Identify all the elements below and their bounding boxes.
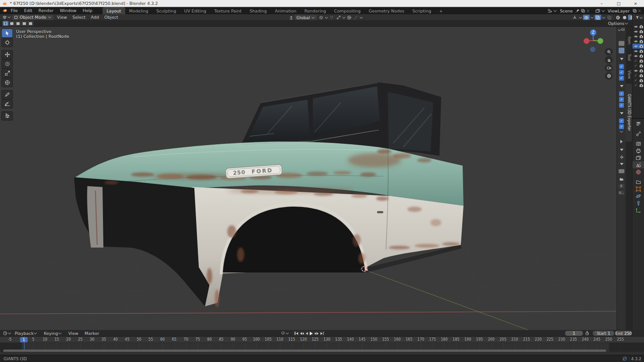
properties-tab-output[interactable]	[632, 147, 644, 154]
properties-editor-selector[interactable]	[632, 121, 644, 126]
panel-expand-arrow[interactable]	[617, 149, 626, 151]
eye-icon[interactable]	[634, 54, 638, 58]
properties-tab-object[interactable]	[632, 185, 644, 192]
tool-scale[interactable]	[2, 69, 12, 77]
view-layer-name[interactable]: ViewLayer	[606, 8, 632, 13]
outliner-row[interactable]	[632, 24, 644, 29]
select-mode-intersect[interactable]	[28, 21, 33, 26]
properties-tab-physics[interactable]	[632, 192, 644, 199]
menu-render[interactable]: Render	[35, 7, 57, 14]
timeline-editor-icon[interactable]	[3, 331, 8, 336]
mode-dropdown[interactable]: Object Mode	[12, 15, 53, 20]
checkbox-icon[interactable]: ✓	[633, 84, 638, 87]
orthographic-view-icon[interactable]	[605, 72, 613, 80]
view-layer-icon[interactable]	[595, 8, 600, 13]
menu-file[interactable]: File	[8, 7, 21, 14]
timeline-menu-marker[interactable]: Marker	[82, 330, 103, 337]
properties-tab-constraints[interactable]	[632, 199, 644, 207]
checkbox-icon[interactable]: ✓	[633, 74, 638, 77]
panel-collapse-chevron[interactable]	[617, 130, 626, 132]
tool-measure[interactable]	[2, 100, 12, 108]
next-keyframe-button[interactable]	[315, 332, 319, 335]
eye-icon[interactable]	[634, 24, 638, 29]
panel-checkbox[interactable]: ✓	[617, 91, 626, 96]
zoom-view-icon[interactable]	[605, 48, 613, 56]
camera-icon[interactable]	[639, 78, 644, 83]
outliner-row[interactable]	[632, 68, 644, 73]
panel-section-arrow[interactable]	[617, 112, 626, 114]
options-dropdown[interactable]: Options	[608, 21, 628, 26]
panel-swatch[interactable]	[617, 41, 626, 46]
sidebar-tab-giants-i3d-exporter[interactable]: GIANTS I3D Exporter	[626, 84, 632, 142]
frame-start-field[interactable]: Start1	[593, 331, 614, 336]
panel-section-arrow[interactable]	[617, 58, 626, 60]
eye-icon[interactable]	[634, 39, 638, 44]
panel-swatch[interactable]	[617, 169, 626, 173]
pin-scene-icon[interactable]	[575, 8, 580, 13]
new-scene-icon[interactable]	[581, 8, 585, 13]
panel-checkbox[interactable]: ✓	[617, 64, 626, 69]
truck-model[interactable]: 250 FORD	[74, 82, 464, 307]
camera-icon[interactable]	[639, 44, 644, 49]
select-mode-set[interactable]	[3, 21, 8, 26]
workspace-tab-shading[interactable]: Shading	[246, 7, 271, 14]
timeline-menu-keying[interactable]: Keying	[41, 330, 65, 337]
gizmo-negative-axis[interactable]	[590, 47, 595, 52]
camera-icon[interactable]	[639, 29, 644, 34]
navigation-gizmo[interactable]: Z	[583, 28, 604, 53]
properties-tab-collection[interactable]	[632, 178, 644, 185]
panel-collapse-control[interactable]: GI	[617, 28, 626, 32]
panel-expand-arrow[interactable]	[617, 163, 626, 165]
panel-checkbox[interactable]: ✓	[617, 124, 626, 129]
eye-icon[interactable]	[634, 49, 638, 53]
eye-icon[interactable]	[634, 34, 638, 39]
snap-magnet-icon[interactable]	[328, 15, 335, 20]
frame-end-field[interactable]: End250	[615, 331, 632, 336]
outliner-row[interactable]: ✓	[632, 83, 644, 88]
eye-icon[interactable]	[634, 44, 638, 49]
outliner-row[interactable]: ✓	[632, 58, 644, 63]
timeline-ruler[interactable]: -551015202530354045505560657075808590951…	[0, 337, 644, 343]
checkbox-icon[interactable]: ✓	[633, 59, 638, 63]
workspace-tab-geometry-nodes[interactable]: Geometry Nodes	[365, 7, 408, 14]
outliner-row[interactable]	[632, 39, 644, 44]
select-mode-subtract[interactable]	[15, 21, 21, 26]
current-frame-indicator[interactable]: 1	[20, 337, 28, 342]
outliner-row[interactable]	[632, 53, 644, 58]
falloff-curve-icon[interactable]	[353, 15, 359, 20]
play-reverse-button[interactable]	[306, 332, 308, 335]
eye-icon[interactable]	[634, 69, 638, 73]
panel-checkbox[interactable]: ✓	[617, 118, 626, 123]
menu-edit[interactable]: Edit	[21, 7, 35, 14]
tool-cursor[interactable]	[2, 38, 12, 47]
maximize-button[interactable]: □	[610, 0, 627, 7]
panel-checkbox[interactable]: ✓	[617, 97, 626, 102]
proportional-editing-icon[interactable]	[346, 15, 353, 20]
workspace-tab-uv-editing[interactable]: UV Editing	[180, 7, 210, 14]
panel-section-arrow[interactable]	[617, 85, 626, 87]
gizmo-x-axis[interactable]	[584, 38, 590, 44]
select-mode-extend[interactable]	[9, 21, 15, 26]
new-view-layer-icon[interactable]	[632, 8, 637, 13]
panel-texture-swatch[interactable]	[617, 48, 626, 53]
outliner-row[interactable]	[632, 29, 644, 34]
tool-select-box[interactable]	[2, 29, 12, 37]
camera-icon[interactable]	[639, 54, 644, 58]
panel-field-u[interactable]: U...	[617, 191, 626, 195]
sidebar-tab-item[interactable]: Item	[626, 33, 632, 48]
gizmo-y-axis[interactable]	[598, 38, 603, 44]
properties-tab-object-data[interactable]	[632, 207, 644, 214]
orientation-dropdown[interactable]: Global	[295, 15, 317, 20]
outliner-row[interactable]	[632, 44, 644, 49]
shading-wireframe-icon[interactable]	[615, 15, 621, 20]
auto-keying-icon[interactable]	[585, 331, 590, 336]
panel-checkbox[interactable]: ✓	[617, 103, 626, 108]
editor-type-selector[interactable]	[2, 15, 7, 20]
sidebar-tab-view[interactable]: View	[626, 67, 632, 82]
scene-icon[interactable]	[547, 8, 552, 13]
panel-checkbox[interactable]: ✓	[617, 70, 626, 75]
xray-toggle-icon[interactable]	[595, 15, 601, 20]
viewport-canvas[interactable]: 250 FORD User Perspective (1) Collection…	[0, 27, 616, 330]
viewport-menu-view[interactable]: View	[54, 14, 70, 20]
tool-annotate[interactable]	[2, 90, 12, 99]
